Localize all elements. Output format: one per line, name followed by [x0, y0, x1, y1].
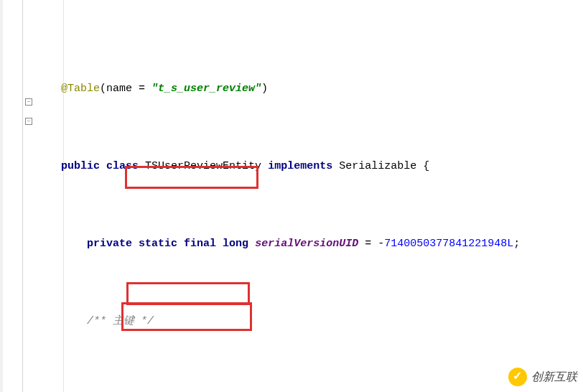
fold-gutter: – –	[23, 0, 36, 392]
line-number-gutter	[0, 0, 23, 392]
fold-icon[interactable]: –	[25, 118, 32, 125]
annotation-table: @Table	[61, 83, 100, 95]
fold-icon[interactable]: –	[25, 98, 32, 106]
watermark: 创新互联	[508, 368, 577, 386]
code-editor[interactable]: – – @Table(name = "t_s_user_review") pub…	[0, 0, 583, 392]
watermark-icon	[508, 368, 527, 386]
comment: /** 主键 */	[87, 315, 154, 327]
code-content[interactable]: @Table(name = "t_s_user_review") public …	[36, 0, 583, 392]
watermark-text: 创新互联	[531, 370, 577, 385]
highlight-box	[126, 282, 250, 305]
